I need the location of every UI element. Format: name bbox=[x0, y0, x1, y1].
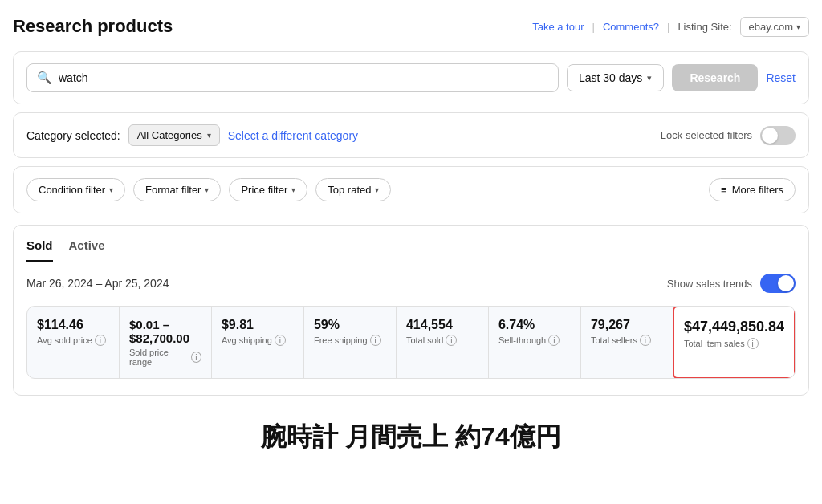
stat-sell-through-value: 6.74% bbox=[498, 318, 571, 332]
stat-total-item-sales-value: $47,449,850.84 bbox=[684, 319, 784, 335]
sales-trends-right: Show sales trends bbox=[667, 274, 796, 293]
chevron-down-icon: ▾ bbox=[205, 185, 209, 194]
category-left: Category selected: All Categories ▾ Sele… bbox=[26, 124, 358, 146]
stat-price-range-value: $0.01 – $82,700.00 bbox=[129, 318, 201, 345]
stat-total-sellers: 79,267 Total sellers i bbox=[581, 307, 673, 378]
filters-left: Condition filter ▾ Format filter ▾ Price… bbox=[26, 178, 391, 201]
take-a-tour-link[interactable]: Take a tour bbox=[532, 21, 584, 33]
category-value: All Categories bbox=[137, 129, 202, 141]
chevron-down-icon: ▾ bbox=[109, 185, 113, 194]
show-trends-toggle[interactable] bbox=[760, 274, 796, 293]
info-icon[interactable]: i bbox=[446, 335, 457, 346]
divider: | bbox=[592, 21, 595, 33]
page-header: Research products Take a tour | Comments… bbox=[13, 16, 809, 37]
stat-total-item-sales: $47,449,850.84 Total item sales i bbox=[673, 306, 796, 379]
header-right: Take a tour | Comments? | Listing Site: … bbox=[532, 17, 809, 37]
results-tabs: Sold Active bbox=[26, 238, 796, 262]
top-rated-label: Top rated bbox=[328, 184, 371, 196]
info-icon[interactable]: i bbox=[747, 338, 759, 349]
format-filter-button[interactable]: Format filter ▾ bbox=[133, 178, 221, 201]
price-filter-label: Price filter bbox=[241, 184, 287, 196]
condition-filter-label: Condition filter bbox=[39, 184, 105, 196]
info-icon[interactable]: i bbox=[191, 352, 201, 363]
info-icon[interactable]: i bbox=[370, 335, 381, 346]
date-range-value: Last 30 days bbox=[579, 71, 642, 84]
info-icon[interactable]: i bbox=[95, 335, 106, 346]
reset-button[interactable]: Reset bbox=[766, 71, 796, 84]
chevron-down-icon: ▾ bbox=[291, 185, 295, 194]
tab-sold[interactable]: Sold bbox=[26, 238, 53, 262]
top-rated-filter-button[interactable]: Top rated ▾ bbox=[315, 178, 391, 201]
stat-total-sold-value: 414,554 bbox=[406, 318, 478, 332]
search-input-wrapper: 🔍 bbox=[26, 63, 559, 92]
stat-sell-through-label: Sell-through i bbox=[498, 335, 571, 346]
date-range-dropdown[interactable]: Last 30 days ▾ bbox=[567, 64, 664, 91]
stat-total-sold-label: Total sold i bbox=[406, 335, 478, 346]
listing-site-dropdown[interactable]: ebay.com ▾ bbox=[740, 17, 809, 37]
stat-free-shipping-value: 59% bbox=[314, 318, 386, 332]
comments-link[interactable]: Comments? bbox=[603, 21, 659, 33]
stat-free-shipping: 59% Free shipping i bbox=[304, 307, 397, 378]
search-bar-section: 🔍 Last 30 days ▾ Research Reset bbox=[13, 51, 809, 104]
stats-row: $114.46 Avg sold price i $0.01 – $82,700… bbox=[26, 306, 796, 379]
more-filters-label: More filters bbox=[732, 184, 783, 196]
lock-filters-toggle[interactable] bbox=[760, 126, 796, 145]
stat-total-sold: 414,554 Total sold i bbox=[397, 307, 489, 378]
listing-site-label: Listing Site: bbox=[678, 21, 731, 33]
show-trends-label: Show sales trends bbox=[667, 278, 752, 290]
category-right: Lock selected filters bbox=[661, 126, 796, 145]
divider2: | bbox=[667, 21, 669, 33]
stat-price-range-label: Sold price range i bbox=[129, 348, 201, 367]
chevron-down-icon: ▾ bbox=[375, 185, 379, 194]
date-range-display: Mar 26, 2024 – Apr 25, 2024 bbox=[26, 277, 169, 290]
footer-japanese-text: 腕時計 月間売上 約74億円 bbox=[13, 412, 809, 468]
filters-section: Condition filter ▾ Format filter ▾ Price… bbox=[13, 166, 809, 213]
stat-total-item-sales-label: Total item sales i bbox=[684, 338, 784, 349]
price-filter-button[interactable]: Price filter ▾ bbox=[229, 178, 307, 201]
results-section: Sold Active Mar 26, 2024 – Apr 25, 2024 … bbox=[13, 225, 809, 396]
chevron-down-icon: ▾ bbox=[796, 22, 800, 31]
stat-avg-shipping: $9.81 Avg shipping i bbox=[212, 307, 304, 378]
stat-avg-sold-label: Avg sold price i bbox=[37, 335, 109, 346]
info-icon[interactable]: i bbox=[275, 335, 286, 346]
category-section: Category selected: All Categories ▾ Sele… bbox=[13, 112, 809, 158]
format-filter-label: Format filter bbox=[145, 184, 201, 196]
chevron-down-icon: ▾ bbox=[647, 73, 652, 83]
stat-free-shipping-label: Free shipping i bbox=[314, 335, 386, 346]
page-title: Research products bbox=[13, 16, 173, 37]
info-icon[interactable]: i bbox=[548, 335, 560, 346]
stat-price-range: $0.01 – $82,700.00 Sold price range i bbox=[120, 307, 212, 378]
listing-site-value: ebay.com bbox=[749, 21, 793, 33]
info-icon[interactable]: i bbox=[640, 335, 651, 346]
stat-sell-through: 6.74% Sell-through i bbox=[489, 307, 581, 378]
condition-filter-button[interactable]: Condition filter ▾ bbox=[26, 178, 125, 201]
date-range-row: Mar 26, 2024 – Apr 25, 2024 Show sales t… bbox=[26, 274, 796, 293]
search-icon: 🔍 bbox=[37, 71, 52, 85]
stat-total-sellers-label: Total sellers i bbox=[591, 335, 663, 346]
category-badge[interactable]: All Categories ▾ bbox=[128, 124, 220, 146]
stat-avg-shipping-value: $9.81 bbox=[222, 318, 294, 332]
select-category-link[interactable]: Select a different category bbox=[228, 129, 358, 142]
category-selected-label: Category selected: bbox=[26, 129, 120, 142]
stat-avg-shipping-label: Avg shipping i bbox=[222, 335, 294, 346]
stat-avg-sold-price: $114.46 Avg sold price i bbox=[27, 307, 120, 378]
tab-active[interactable]: Active bbox=[69, 238, 105, 262]
stat-avg-sold-value: $114.46 bbox=[37, 318, 109, 332]
chevron-down-icon: ▾ bbox=[207, 131, 211, 140]
stat-total-sellers-value: 79,267 bbox=[591, 318, 663, 332]
lock-filters-label: Lock selected filters bbox=[661, 129, 752, 141]
search-input[interactable] bbox=[59, 71, 548, 84]
more-filters-button[interactable]: ≡ More filters bbox=[709, 178, 796, 201]
filter-lines-icon: ≡ bbox=[721, 184, 727, 196]
research-button[interactable]: Research bbox=[672, 64, 758, 91]
